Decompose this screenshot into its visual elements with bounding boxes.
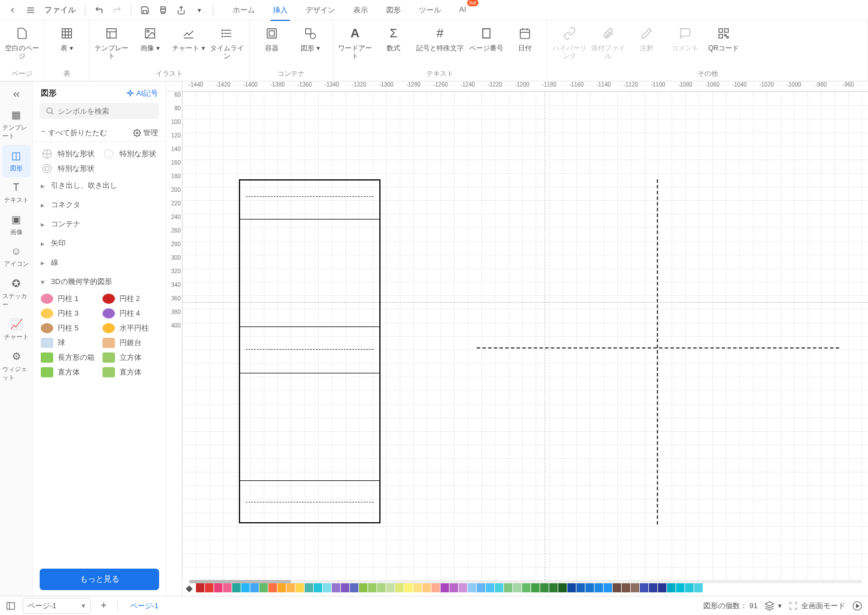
sidebar-item-widget[interactable]: ⚙ウィジェット — [2, 346, 31, 386]
color-swatch[interactable] — [287, 583, 296, 592]
panel-toggle-icon[interactable] — [6, 601, 16, 611]
symbols-button[interactable]: #記号と特殊文字 — [414, 24, 465, 67]
color-swatch[interactable] — [359, 583, 368, 592]
h-scrollbar-thumb[interactable] — [189, 580, 291, 583]
color-swatch[interactable] — [350, 583, 359, 592]
color-swatch[interactable] — [214, 583, 223, 592]
page-selector[interactable]: ページ-1▾ — [23, 598, 91, 614]
tab-tool[interactable]: ツール — [417, 1, 443, 20]
color-swatch[interactable] — [558, 583, 567, 592]
shape-item[interactable]: 円柱 1 — [41, 294, 97, 304]
tab-ai[interactable]: AIhot — [457, 1, 468, 20]
color-swatch[interactable] — [513, 583, 522, 592]
image-button[interactable]: 画像 ▾ — [132, 24, 168, 67]
color-swatch[interactable] — [404, 583, 413, 592]
color-swatch[interactable] — [332, 583, 341, 592]
color-swatch[interactable] — [576, 583, 585, 592]
color-swatch[interactable] — [413, 583, 422, 592]
category-item[interactable]: ▸コンテナ — [37, 214, 161, 234]
shape-item[interactable]: 水平円柱 — [102, 323, 159, 333]
color-swatch[interactable] — [422, 583, 431, 592]
chart-button[interactable]: チャート ▾ — [171, 24, 206, 67]
color-swatch[interactable] — [395, 583, 404, 592]
color-swatch[interactable] — [232, 583, 241, 592]
category-item[interactable]: ▸矢印 — [37, 234, 161, 253]
color-swatch[interactable] — [441, 583, 450, 592]
color-swatch[interactable] — [468, 583, 477, 592]
category-item[interactable]: ▸コネクタ — [37, 195, 161, 214]
shape-item[interactable]: 特別な形状 — [102, 149, 159, 159]
canvas[interactable] — [182, 92, 868, 580]
color-swatch[interactable] — [241, 583, 250, 592]
sidebar-item-chart[interactable]: 📈チャート — [2, 313, 31, 346]
shape-item[interactable]: 円錐台 — [102, 338, 159, 348]
color-swatch[interactable] — [585, 583, 595, 592]
tab-view[interactable]: 表示 — [351, 1, 370, 20]
container-button[interactable]: 容器 — [254, 24, 289, 67]
color-swatch[interactable] — [250, 583, 259, 592]
shape-item[interactable]: 円柱 4 — [102, 308, 159, 319]
color-swatch[interactable] — [477, 583, 486, 592]
color-swatch[interactable] — [205, 583, 214, 592]
color-swatch[interactable] — [450, 583, 459, 592]
fold-all-button[interactable]: ⌃すべて折りたたむ — [41, 128, 107, 138]
color-swatch[interactable] — [314, 583, 323, 592]
color-swatch[interactable] — [504, 583, 513, 592]
color-swatch[interactable] — [223, 583, 232, 592]
export-icon[interactable] — [173, 2, 189, 18]
color-swatch[interactable] — [522, 583, 531, 592]
table-button[interactable]: 表 ▾ — [49, 24, 84, 67]
drawing-rect[interactable] — [239, 179, 380, 523]
file-menu[interactable]: ファイル — [41, 5, 79, 15]
date-button[interactable]: 日付 — [507, 24, 542, 67]
category-item[interactable]: ▸線 — [37, 253, 161, 272]
shape-item[interactable]: 球 — [41, 338, 97, 348]
category-item[interactable]: ▸引き出し、吹き出し — [37, 176, 161, 195]
add-page-button[interactable]: + — [97, 600, 110, 612]
collapse-icon[interactable] — [6, 86, 27, 103]
color-swatch[interactable] — [567, 583, 576, 592]
color-swatch[interactable] — [259, 583, 268, 592]
sidebar-item-template[interactable]: ▦テンプレート — [2, 104, 31, 145]
color-swatch[interactable] — [622, 583, 631, 592]
manage-button[interactable]: 管理 — [133, 128, 158, 138]
color-swatch[interactable] — [459, 583, 468, 592]
bucket-icon[interactable]: ◆ — [186, 583, 193, 594]
undo-icon[interactable] — [91, 2, 107, 18]
tab-insert[interactable]: 挿入 — [271, 1, 290, 20]
color-swatch[interactable] — [640, 583, 649, 592]
color-swatch[interactable] — [685, 583, 694, 592]
color-swatch[interactable] — [649, 583, 658, 592]
page-tab[interactable]: ページ-1 — [125, 597, 165, 614]
color-swatch[interactable] — [595, 583, 604, 592]
shape-item[interactable]: 円柱 3 — [41, 308, 97, 319]
tab-home[interactable]: ホーム — [230, 1, 257, 20]
shape-item[interactable]: 直方体 — [41, 367, 97, 377]
wordart-button[interactable]: Aワードアート — [337, 24, 373, 67]
color-swatch[interactable] — [341, 583, 350, 592]
sidebar-item-icon[interactable]: ☺アイコン — [2, 241, 31, 273]
color-swatch[interactable] — [268, 583, 277, 592]
color-swatch[interactable] — [431, 583, 441, 592]
sidebar-item-image[interactable]: ▣画像 — [2, 209, 31, 241]
print-icon[interactable] — [155, 2, 171, 18]
shape-item[interactable]: 特別な形状 — [41, 149, 97, 159]
category-3d[interactable]: ▾3Dの幾何学的図形 — [37, 272, 161, 291]
color-swatch[interactable] — [694, 583, 703, 592]
color-swatch[interactable] — [549, 583, 558, 592]
shape-item[interactable]: 立方体 — [102, 352, 159, 363]
shape-item[interactable]: 長方形の箱 — [41, 352, 97, 363]
layers-icon[interactable]: ▾ — [764, 601, 782, 611]
color-swatch[interactable] — [631, 583, 640, 592]
color-swatch[interactable] — [277, 583, 287, 592]
tab-design[interactable]: デザイン — [303, 1, 337, 20]
blank-page-button[interactable]: 空白のページ — [5, 24, 40, 67]
color-swatch[interactable] — [604, 583, 613, 592]
center-line-v[interactable] — [657, 179, 658, 524]
color-swatch[interactable] — [667, 583, 676, 592]
color-swatch[interactable] — [676, 583, 685, 592]
color-swatch[interactable] — [368, 583, 377, 592]
menu-icon[interactable] — [23, 2, 39, 18]
formula-button[interactable]: Σ数式 — [376, 24, 411, 67]
color-swatch[interactable] — [377, 583, 386, 592]
